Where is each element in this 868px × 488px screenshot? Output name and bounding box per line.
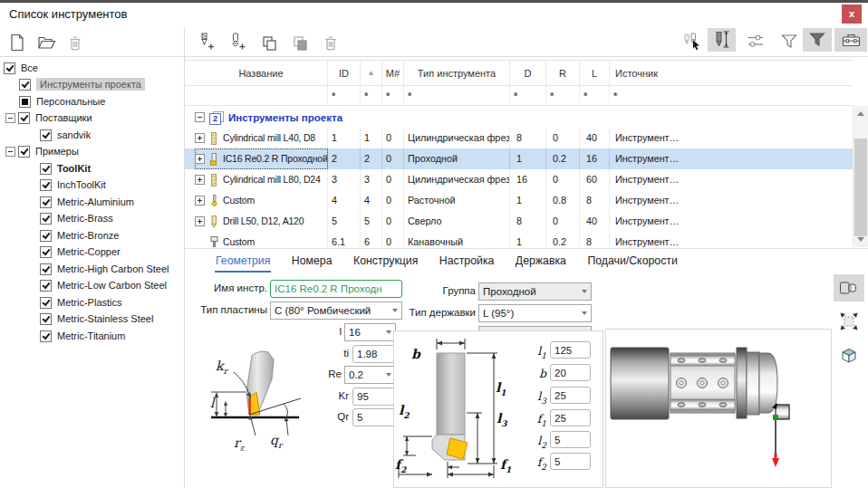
tab-geometry[interactable]: Геометрия (215, 253, 271, 273)
scroll-up-icon[interactable] (857, 111, 864, 116)
tool-3d-view-button[interactable] (834, 274, 864, 301)
filter-cell-d[interactable]: * (510, 86, 546, 105)
table-row[interactable]: Drill L50, D12, A120 5 5 0 Сверло 8 0 40… (185, 211, 853, 232)
tree-item-metric-bronze[interactable]: Metric-Bronze (0, 227, 119, 244)
checkbox-checked-icon[interactable] (40, 246, 52, 258)
checkbox-checked-icon[interactable] (40, 196, 52, 208)
checkbox-checked-icon[interactable] (40, 263, 52, 275)
tree-item-personal[interactable]: Персональные (0, 93, 105, 110)
filter-cell-m[interactable]: * (382, 86, 404, 105)
group-row-project-tools[interactable]: 2 Инструменты проекта (185, 107, 853, 128)
view-cube-button[interactable] (834, 341, 864, 368)
tree-item-metric-titanium[interactable]: Metric-Titanium (0, 328, 125, 344)
copy-tool-button[interactable] (257, 32, 281, 55)
filter-cell-id[interactable]: * (328, 86, 361, 105)
tree-item-examples[interactable]: Примеры (0, 143, 79, 159)
tree-item-sandvik[interactable]: sandvik (0, 127, 91, 143)
expand-icon[interactable] (195, 196, 205, 206)
collapse-icon[interactable] (5, 113, 15, 123)
table-row-selected[interactable]: IC16 Re0.2 R Проходной tool 2 2 0 Проход… (185, 148, 853, 169)
checkbox-checked-icon[interactable] (40, 163, 52, 175)
tree-item-inchtoolkit[interactable]: InchToolKit (0, 177, 106, 193)
insert-type-select[interactable]: C (80° Ромбический (270, 301, 402, 320)
holder-param-b-field[interactable]: 20 (550, 364, 591, 381)
param-re-select[interactable]: 0.2 (344, 366, 396, 384)
filter-cell-sort[interactable]: * (361, 86, 382, 105)
tool-dimensions-button[interactable] (708, 28, 736, 52)
new-tool-file-button[interactable] (5, 31, 29, 54)
checkbox-checked-icon[interactable] (4, 62, 15, 74)
tree-item-all[interactable]: Все (0, 60, 38, 76)
column-header-sort[interactable]: ▲ (361, 61, 382, 85)
collapse-icon[interactable] (195, 112, 205, 122)
column-header-l[interactable]: L (580, 61, 610, 85)
param-qr-field[interactable]: 5 (352, 408, 397, 426)
param-ti-field[interactable]: 1.98 (352, 345, 397, 363)
holder-param-l1-field[interactable]: 125 (550, 341, 591, 359)
holder-type-select[interactable]: L (95°) (478, 304, 592, 322)
param-l-select[interactable]: 16 (344, 323, 396, 341)
table-row[interactable]: Cylindrical mill L80, D24 3 3 0 Цилиндри… (185, 169, 853, 190)
checkbox-checked-icon[interactable] (40, 297, 52, 309)
filter-cell-r[interactable]: * (546, 86, 580, 105)
table-row[interactable]: Custom 6.1 6 0 Канавочный 1 0.2 8 Инстру… (185, 232, 853, 247)
expand-icon[interactable] (195, 154, 205, 164)
tree-item-project-tools[interactable]: Инструменты проекта (0, 76, 145, 92)
holder-param-f2-field[interactable]: 5 (550, 453, 591, 470)
delete-tool-button[interactable] (319, 31, 342, 54)
checkbox-checked-icon[interactable] (40, 179, 52, 191)
tree-item-metric-aluminium[interactable]: Metric-Aluminium (0, 194, 134, 210)
close-button[interactable]: x (842, 5, 862, 24)
delete-tool-file-button[interactable] (63, 31, 87, 54)
table-row[interactable]: Custom 4 4 0 Расточной 1 0.8 8 Инструмен… (185, 190, 853, 211)
holder-param-f1-field[interactable]: 25 (550, 409, 591, 426)
add-milling-tool-button[interactable] (194, 30, 217, 53)
tab-numbers[interactable]: Номера (291, 253, 333, 271)
tree-item-metric-high-carbon-steel[interactable]: Metric-High Carbon Steel (0, 261, 169, 277)
tree-item-metric-copper[interactable]: Metric-Copper (0, 244, 121, 260)
tree-item-metric-brass[interactable]: Metric-Brass (0, 210, 113, 226)
tool-name-field[interactable]: IC16 Re0.2 R Проходн (270, 280, 402, 298)
tab-holder[interactable]: Державка (515, 253, 567, 271)
column-header-type[interactable]: Тип инструмента (404, 61, 510, 85)
fit-view-button[interactable] (834, 308, 864, 335)
checkbox-checked-icon[interactable] (18, 112, 30, 124)
tab-construction[interactable]: Конструкция (352, 253, 419, 271)
add-turning-tool-button[interactable] (225, 30, 248, 53)
checkbox-checked-icon[interactable] (19, 79, 31, 91)
table-row[interactable]: Cylindrical mill L40, D8 1 1 0 Цилиндрич… (185, 128, 853, 148)
expand-icon[interactable] (195, 216, 205, 226)
filter-cell-name[interactable] (195, 86, 328, 105)
tree-item-metric-low-carbon-steel[interactable]: Metric-Low Carbon Steel (0, 277, 167, 293)
checkbox-partial-icon[interactable] (19, 96, 31, 108)
expand-icon[interactable] (195, 175, 205, 185)
holder-param-l2-field[interactable]: 5 (550, 431, 591, 448)
view-options-button[interactable] (744, 30, 767, 53)
checkbox-checked-icon[interactable] (18, 146, 30, 158)
checkbox-checked-icon[interactable] (40, 313, 52, 325)
column-header-source[interactable]: Источник (610, 61, 853, 85)
filter-active-button[interactable] (803, 28, 832, 52)
column-header-name[interactable]: Название (195, 61, 328, 85)
tool-3d-preview[interactable] (605, 329, 832, 488)
filter-cell-type[interactable]: * (404, 86, 510, 105)
holder-param-l3-field[interactable]: 25 (550, 387, 591, 404)
column-header-d[interactable]: D (510, 61, 546, 85)
checkbox-checked-icon[interactable] (40, 280, 52, 292)
tree-item-metric-stainless-steel[interactable]: Metric-Stainless Steel (0, 311, 153, 327)
tab-feeds-speeds[interactable]: Подачи/Скорости (586, 253, 678, 271)
param-kr-field[interactable]: 95 (352, 388, 397, 406)
column-header-m[interactable]: M# (382, 61, 404, 85)
column-header-id[interactable]: ID (328, 61, 361, 85)
tree-item-toolkit[interactable]: ToolKit (0, 160, 91, 177)
scroll-down-icon[interactable] (857, 237, 864, 242)
expand-icon[interactable] (195, 133, 205, 143)
checkbox-checked-icon[interactable] (40, 213, 52, 225)
column-header-r[interactable]: R (546, 61, 580, 85)
group-select[interactable]: Проходной (478, 282, 592, 301)
filter-cell-source[interactable]: * (610, 86, 853, 105)
checkbox-checked-icon[interactable] (40, 330, 52, 342)
pick-tool-button[interactable] (680, 30, 704, 53)
filter-cell-l[interactable]: * (580, 86, 610, 105)
open-tool-file-button[interactable] (34, 31, 58, 54)
